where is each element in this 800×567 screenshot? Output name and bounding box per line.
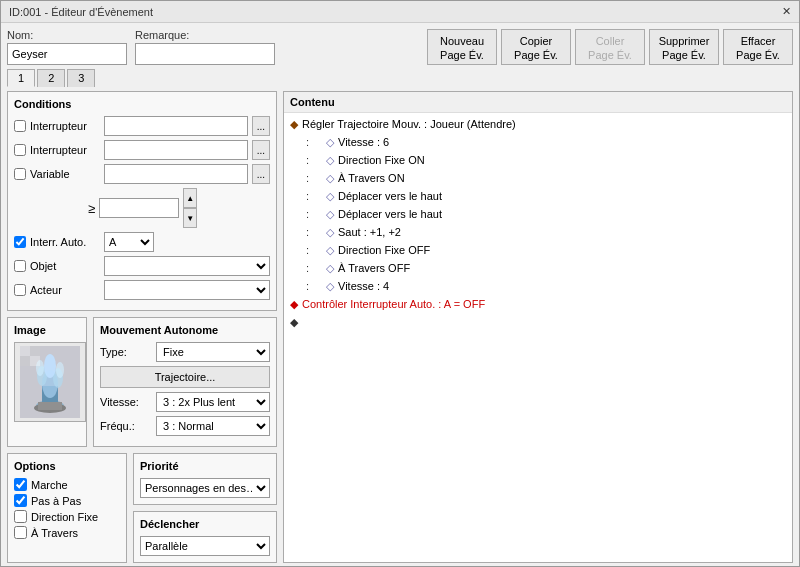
close-button[interactable]: ✕ xyxy=(782,5,791,18)
content-row-8[interactable]: : ◇ À Travers OFF xyxy=(302,259,790,277)
options-panel: Options Marche Pas à Pas Direction Fixe xyxy=(7,453,127,563)
content-row-11[interactable]: ◆ xyxy=(286,313,790,331)
content-row-0[interactable]: ◆ Régler Trajectoire Mouv. : Joueur (Att… xyxy=(286,115,790,133)
colon-2: : xyxy=(306,154,326,166)
priority-title: Priorité xyxy=(140,460,270,472)
a-travers-checkbox[interactable] xyxy=(14,526,27,539)
conditions-title: Conditions xyxy=(14,98,270,110)
svg-point-8 xyxy=(56,362,64,378)
tab-2[interactable]: 2 xyxy=(37,69,65,87)
content-row-7[interactable]: : ◇ Direction Fixe OFF xyxy=(302,241,790,259)
geyser-image xyxy=(20,346,80,418)
interrupteur1-checkbox[interactable] xyxy=(14,120,26,132)
supprimer-page-button[interactable]: Supprimer Page Év. xyxy=(649,29,719,65)
trigger-panel: Déclencher Action Contact Joueur Contact… xyxy=(133,511,277,563)
interrupteur1-input[interactable] xyxy=(104,116,248,136)
content-row-2[interactable]: : ◇ Direction Fixe ON xyxy=(302,151,790,169)
interrupteur2-label: Interrupteur xyxy=(30,144,100,156)
right-panel: Contenu ◆ Régler Trajectoire Mouv. : Jou… xyxy=(283,91,793,563)
content-text-8: À Travers OFF xyxy=(338,262,410,274)
interr-auto-select[interactable]: A B xyxy=(104,232,154,252)
tabs: 1 2 3 xyxy=(7,69,793,87)
condition-row-2: Interrupteur ... xyxy=(14,140,270,160)
trigger-select[interactable]: Action Contact Joueur Contact Évèn. Auto… xyxy=(140,536,270,556)
remarque-group: Remarque: xyxy=(135,29,275,65)
colon-8: : xyxy=(306,262,326,274)
coller-page-button[interactable]: Coller Page Év. xyxy=(575,29,645,65)
nom-input[interactable] xyxy=(7,43,127,65)
content-row-3[interactable]: : ◇ À Travers ON xyxy=(302,169,790,187)
variable-checkbox[interactable] xyxy=(14,168,26,180)
interrupteur2-dots-button[interactable]: ... xyxy=(252,140,270,160)
trigger-title: Déclencher xyxy=(140,518,270,530)
freq-select[interactable]: 1 : Plus lente 2 : Lente 3 : Normal 4 : … xyxy=(156,416,270,436)
direction-fixe-checkbox[interactable] xyxy=(14,510,27,523)
interrupteur1-dots-button[interactable]: ... xyxy=(252,116,270,136)
content-row-5[interactable]: : ◇ Déplacer vers le haut xyxy=(302,205,790,223)
diamond-icon-6: ◇ xyxy=(326,226,334,239)
content-row-9[interactable]: : ◇ Vitesse : 4 xyxy=(302,277,790,295)
content-text-5: Déplacer vers le haut xyxy=(338,208,442,220)
spin-down-button[interactable]: ▼ xyxy=(183,208,197,228)
nouveau-page-button[interactable]: Nouveau Page Év. xyxy=(427,29,497,65)
marche-checkbox[interactable] xyxy=(14,478,27,491)
pas-a-pas-checkbox[interactable] xyxy=(14,494,27,507)
condition-row-1: Interrupteur ... xyxy=(14,116,270,136)
type-row: Type: Fixe Aléatoire Vers joueur Personn… xyxy=(100,342,270,362)
colon-1: : xyxy=(306,136,326,148)
tab-3[interactable]: 3 xyxy=(67,69,95,87)
spin-up-button[interactable]: ▲ xyxy=(183,188,197,208)
bottom-left: Image xyxy=(7,317,277,447)
content-text-4: Déplacer vers le haut xyxy=(338,190,442,202)
diamond-icon-5: ◇ xyxy=(326,208,334,221)
remarque-label: Remarque: xyxy=(135,29,275,41)
type-select[interactable]: Fixe Aléatoire Vers joueur Personnalisé xyxy=(156,342,270,362)
title-bar: ID:001 - Éditeur d'Évènement ✕ xyxy=(1,1,799,23)
colon-5: : xyxy=(306,208,326,220)
content-row-1[interactable]: : ◇ Vitesse : 6 xyxy=(302,133,790,151)
diamond-icon-8: ◇ xyxy=(326,262,334,275)
content-list: ◆ Régler Trajectoire Mouv. : Joueur (Att… xyxy=(284,113,792,558)
vitesse-select[interactable]: 1 : 8x Plus lent 2 : 4x Plus lent 3 : 2x… xyxy=(156,392,270,412)
movement-title: Mouvement Autonome xyxy=(100,324,270,336)
movement-panel: Mouvement Autonome Type: Fixe Aléatoire … xyxy=(93,317,277,447)
content-row-6[interactable]: : ◇ Saut : +1, +2 xyxy=(302,223,790,241)
body-area: Conditions Interrupteur ... Interrupteur… xyxy=(7,91,793,563)
vitesse-label: Vitesse: xyxy=(100,396,152,408)
nom-label: Nom: xyxy=(7,29,127,41)
interrupteur2-input[interactable] xyxy=(104,140,248,160)
ge-input[interactable] xyxy=(99,198,179,218)
content-row-4[interactable]: : ◇ Déplacer vers le haut xyxy=(302,187,790,205)
tab-1[interactable]: 1 xyxy=(7,69,35,87)
remarque-input[interactable] xyxy=(135,43,275,65)
trajectory-button[interactable]: Trajectoire... xyxy=(100,366,270,388)
variable-dots-button[interactable]: ... xyxy=(252,164,270,184)
colon-9: : xyxy=(306,280,326,292)
svg-rect-11 xyxy=(20,346,30,356)
diamond-icon-9: ◇ xyxy=(326,280,334,293)
diamond-icon-7: ◇ xyxy=(326,244,334,257)
priority-trigger-container: Priorité En dessous des perso. Même nive… xyxy=(133,453,277,563)
freq-row: Fréqu.: 1 : Plus lente 2 : Lente 3 : Nor… xyxy=(100,416,270,436)
content-row-10[interactable]: ◆ Contrôler Interrupteur Auto. : A = OFF xyxy=(286,295,790,313)
content-text-3: À Travers ON xyxy=(338,172,405,184)
variable-input[interactable] xyxy=(104,164,248,184)
copier-page-button[interactable]: Copier Page Év. xyxy=(501,29,571,65)
image-box[interactable] xyxy=(14,342,86,422)
content-text-6: Saut : +1, +2 xyxy=(338,226,401,238)
acteur-select[interactable] xyxy=(104,280,270,300)
acteur-checkbox[interactable] xyxy=(14,284,26,296)
priority-select[interactable]: En dessous des perso. Même niveau que pe… xyxy=(140,478,270,498)
top-buttons: Nouveau Page Év. Copier Page Év. Coller … xyxy=(427,29,793,65)
pas-a-pas-row: Pas à Pas xyxy=(14,494,120,507)
acteur-label: Acteur xyxy=(30,284,100,296)
window-title: ID:001 - Éditeur d'Évènement xyxy=(9,6,153,18)
a-travers-row: À Travers xyxy=(14,526,120,539)
acteur-row: Acteur xyxy=(14,280,270,300)
interr-auto-row: Interr. Auto. A B xyxy=(14,232,270,252)
interrupteur2-checkbox[interactable] xyxy=(14,144,26,156)
objet-select[interactable] xyxy=(104,256,270,276)
interr-auto-checkbox[interactable] xyxy=(14,236,26,248)
effacer-page-button[interactable]: Effacer Page Év. xyxy=(723,29,793,65)
objet-checkbox[interactable] xyxy=(14,260,26,272)
